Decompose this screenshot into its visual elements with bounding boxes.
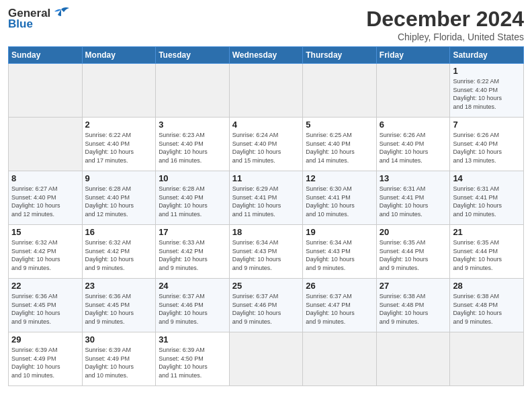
calendar-cell: 13Sunrise: 6:31 AM Sunset: 4:41 PM Dayli…: [376, 171, 450, 225]
day-of-week-header: Tuesday: [156, 47, 230, 64]
calendar-cell: 25Sunrise: 6:37 AM Sunset: 4:46 PM Dayli…: [229, 279, 303, 332]
calendar-week-row: 22Sunrise: 6:36 AM Sunset: 4:45 PM Dayli…: [9, 279, 524, 332]
calendar-cell: 12Sunrise: 6:30 AM Sunset: 4:41 PM Dayli…: [303, 171, 377, 225]
calendar-header-row: SundayMondayTuesdayWednesdayThursdayFrid…: [9, 47, 524, 64]
calendar-cell: 29Sunrise: 6:39 AM Sunset: 4:49 PM Dayli…: [9, 332, 83, 386]
day-of-week-header: Thursday: [303, 47, 377, 64]
calendar-cell-empty: [156, 64, 230, 118]
calendar-cell-empty: [9, 64, 83, 118]
calendar-cell-empty: [229, 332, 303, 386]
calendar-cell: 17Sunrise: 6:33 AM Sunset: 4:42 PM Dayli…: [156, 225, 230, 279]
day-of-week-header: Monday: [82, 47, 156, 64]
calendar-cell: 6Sunrise: 6:26 AM Sunset: 4:40 PM Daylig…: [376, 118, 450, 171]
calendar-cell-empty: [303, 64, 377, 118]
day-of-week-header: Friday: [376, 47, 450, 64]
header: General Blue December 2024 Chipley, Flor…: [8, 7, 524, 42]
calendar-table: SundayMondayTuesdayWednesdayThursdayFrid…: [8, 46, 524, 386]
calendar-cell: 9Sunrise: 6:28 AM Sunset: 4:40 PM Daylig…: [82, 171, 156, 225]
calendar-cell-empty: [82, 64, 156, 118]
calendar-cell: 15Sunrise: 6:32 AM Sunset: 4:42 PM Dayli…: [9, 225, 83, 279]
title-block: December 2024 Chipley, Florida, United S…: [366, 7, 524, 42]
calendar-cell-empty: [376, 64, 450, 118]
calendar-cell: 20Sunrise: 6:35 AM Sunset: 4:44 PM Dayli…: [376, 225, 450, 279]
calendar-cell-empty: [303, 332, 377, 386]
calendar-week-row: 2Sunrise: 6:22 AM Sunset: 4:40 PM Daylig…: [9, 118, 524, 171]
calendar-cell: 4Sunrise: 6:24 AM Sunset: 4:40 PM Daylig…: [229, 118, 303, 171]
calendar-cell: 18Sunrise: 6:34 AM Sunset: 4:43 PM Dayli…: [229, 225, 303, 279]
calendar-cell-empty: [376, 332, 450, 386]
calendar-cell: 2Sunrise: 6:22 AM Sunset: 4:40 PM Daylig…: [82, 118, 156, 171]
calendar-cell: 14Sunrise: 6:31 AM Sunset: 4:41 PM Dayli…: [450, 171, 524, 225]
day-of-week-header: Saturday: [450, 47, 524, 64]
calendar-cell-empty: [229, 64, 303, 118]
calendar-cell: 23Sunrise: 6:36 AM Sunset: 4:45 PM Dayli…: [82, 279, 156, 332]
calendar-cell: 26Sunrise: 6:37 AM Sunset: 4:47 PM Dayli…: [303, 279, 377, 332]
calendar-week-row: 29Sunrise: 6:39 AM Sunset: 4:49 PM Dayli…: [9, 332, 524, 386]
calendar-cell: 28Sunrise: 6:38 AM Sunset: 4:48 PM Dayli…: [450, 279, 524, 332]
calendar-cell: 27Sunrise: 6:38 AM Sunset: 4:48 PM Dayli…: [376, 279, 450, 332]
location-title: Chipley, Florida, United States: [366, 32, 524, 42]
month-title: December 2024: [366, 7, 524, 32]
logo-bird-icon: [52, 7, 71, 20]
calendar-cell: 30Sunrise: 6:39 AM Sunset: 4:49 PM Dayli…: [82, 332, 156, 386]
calendar-week-row: 1Sunrise: 6:22 AM Sunset: 4:40 PM Daylig…: [9, 64, 524, 118]
calendar-cell: 21Sunrise: 6:35 AM Sunset: 4:44 PM Dayli…: [450, 225, 524, 279]
calendar-cell: 8Sunrise: 6:27 AM Sunset: 4:40 PM Daylig…: [9, 171, 83, 225]
calendar-week-row: 15Sunrise: 6:32 AM Sunset: 4:42 PM Dayli…: [9, 225, 524, 279]
logo: General Blue: [8, 7, 71, 31]
logo-blue-text: Blue: [8, 17, 33, 31]
calendar-cell: 11Sunrise: 6:29 AM Sunset: 4:41 PM Dayli…: [229, 171, 303, 225]
calendar-cell: 1Sunrise: 6:22 AM Sunset: 4:40 PM Daylig…: [450, 64, 524, 118]
calendar-cell: 5Sunrise: 6:25 AM Sunset: 4:40 PM Daylig…: [303, 118, 377, 171]
day-of-week-header: Wednesday: [229, 47, 303, 64]
calendar-cell: 10Sunrise: 6:28 AM Sunset: 4:40 PM Dayli…: [156, 171, 230, 225]
calendar-cell: 19Sunrise: 6:34 AM Sunset: 4:43 PM Dayli…: [303, 225, 377, 279]
calendar-week-row: 8Sunrise: 6:27 AM Sunset: 4:40 PM Daylig…: [9, 171, 524, 225]
calendar-cell: 24Sunrise: 6:37 AM Sunset: 4:46 PM Dayli…: [156, 279, 230, 332]
calendar-cell-empty: [9, 118, 83, 171]
calendar-cell: 22Sunrise: 6:36 AM Sunset: 4:45 PM Dayli…: [9, 279, 83, 332]
day-of-week-header: Sunday: [9, 47, 83, 64]
calendar-cell-empty: [450, 332, 524, 386]
calendar-cell: 3Sunrise: 6:23 AM Sunset: 4:40 PM Daylig…: [156, 118, 230, 171]
calendar-cell: 7Sunrise: 6:26 AM Sunset: 4:40 PM Daylig…: [450, 118, 524, 171]
calendar-cell: 16Sunrise: 6:32 AM Sunset: 4:42 PM Dayli…: [82, 225, 156, 279]
calendar-cell: 31Sunrise: 6:39 AM Sunset: 4:50 PM Dayli…: [156, 332, 230, 386]
